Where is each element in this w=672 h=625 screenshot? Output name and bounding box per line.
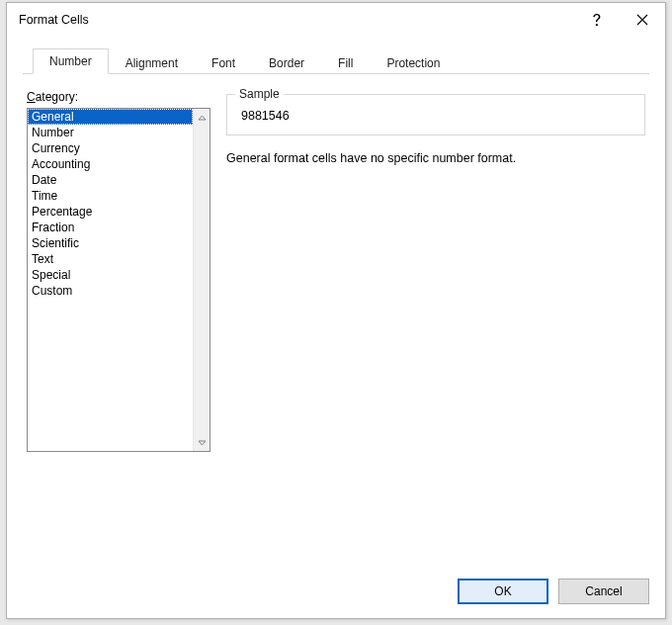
ok-button[interactable]: OK (458, 579, 548, 604)
category-item-custom[interactable]: Custom (28, 283, 193, 299)
category-item-currency[interactable]: Currency (28, 140, 193, 156)
tabstrip: Number Alignment Font Border Fill Protec… (23, 48, 649, 74)
dialog-title: Format Cells (19, 13, 89, 27)
tab-protection[interactable]: Protection (370, 50, 457, 74)
tab-alignment[interactable]: Alignment (109, 50, 195, 74)
tab-label: Number (49, 54, 92, 68)
category-item-text[interactable]: Text (28, 251, 193, 267)
category-item-special[interactable]: Special (28, 267, 193, 283)
tab-label: Font (211, 56, 235, 70)
tab-label: Alignment (126, 56, 178, 70)
tab-font[interactable]: Font (195, 50, 252, 74)
category-label: Category: (27, 90, 210, 104)
content: Category: General Number Currency Accoun… (7, 74, 665, 565)
help-icon (591, 13, 603, 27)
tab-border[interactable]: Border (252, 50, 321, 74)
tabs-wrap: Number Alignment Font Border Fill Protec… (7, 37, 665, 74)
category-item-fraction[interactable]: Fraction (28, 220, 193, 235)
tab-label: Border (269, 56, 304, 70)
format-description: General format cells have no specific nu… (226, 151, 645, 165)
scroll-down-button[interactable] (194, 434, 210, 451)
category-item-date[interactable]: Date (28, 172, 193, 188)
cancel-button[interactable]: Cancel (558, 579, 649, 604)
category-listitems: General Number Currency Accounting Date … (28, 109, 193, 451)
chevron-down-icon (198, 440, 207, 446)
titlebar: Format Cells (7, 3, 665, 37)
chevron-up-icon (198, 115, 207, 121)
tab-fill[interactable]: Fill (321, 50, 370, 74)
category-item-accounting[interactable]: Accounting (28, 156, 193, 172)
close-icon (636, 14, 648, 26)
category-item-general[interactable]: General (28, 109, 193, 125)
button-row: OK Cancel (7, 565, 665, 618)
category-item-scientific[interactable]: Scientific (28, 235, 193, 251)
help-button[interactable] (574, 3, 620, 37)
right-column: Sample 9881546 General format cells have… (226, 90, 645, 565)
tab-label: Protection (386, 56, 440, 70)
tab-number[interactable]: Number (33, 48, 109, 74)
category-item-time[interactable]: Time (28, 188, 193, 204)
category-item-percentage[interactable]: Percentage (28, 204, 193, 220)
category-item-number[interactable]: Number (28, 125, 193, 140)
listbox-scrollbar[interactable] (193, 109, 210, 451)
scroll-up-button[interactable] (194, 109, 210, 126)
format-cells-dialog: Format Cells Number Alignment Font Borde… (6, 2, 666, 619)
tab-label: Fill (338, 56, 353, 70)
category-column: Category: General Number Currency Accoun… (27, 90, 210, 565)
sample-fieldset: Sample 9881546 (226, 94, 645, 135)
category-listbox[interactable]: General Number Currency Accounting Date … (27, 108, 210, 452)
sample-value: 9881546 (237, 109, 634, 123)
sample-legend: Sample (235, 87, 284, 101)
close-button[interactable] (620, 3, 665, 37)
